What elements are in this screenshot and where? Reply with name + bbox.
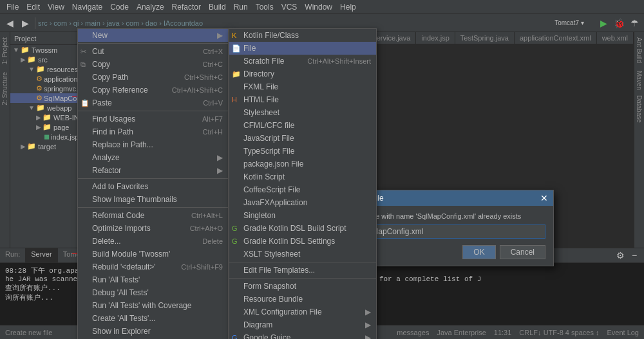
new-coffeescript[interactable]: CoffeeScript File <box>229 183 376 196</box>
new-submenu: K Kotlin File/Class 📄 File Scratch File … <box>229 28 377 339</box>
new-cfml[interactable]: CFML/CFC file <box>229 119 376 132</box>
menu-delete[interactable]: Delete... Delete <box>78 235 228 248</box>
menu-paste-label: Paste <box>92 98 112 107</box>
new-file-dialog-container: New File ✕ ⚠ A file with name 'SqlMapCon… <box>348 190 554 266</box>
menu-run-coverage[interactable]: Run 'All Tests' with Coverage <box>78 299 228 312</box>
menu-copy-path[interactable]: Copy Path Ctrl+Shift+C <box>78 71 228 84</box>
new-google-guice[interactable]: G Google Guice ▶ <box>229 331 376 339</box>
new-dir-label: Directory <box>243 69 274 78</box>
menu-rebuild[interactable]: Rebuild '<default>' Ctrl+Shift+F9 <box>78 261 228 273</box>
new-html[interactable]: H HTML File <box>229 93 376 106</box>
delete-shortcut: Delete <box>189 237 223 245</box>
menu-paste[interactable]: 📋 Paste Ctrl+V <box>78 96 228 109</box>
new-guice-label: Google Guice <box>243 333 290 339</box>
menu-refactor[interactable]: Refactor ▶ <box>78 164 228 177</box>
rebuild-shortcut: Ctrl+Shift+F9 <box>168 263 223 271</box>
new-fxml[interactable]: FXML File <box>229 80 376 93</box>
dialog-cancel-button[interactable]: Cancel <box>500 245 545 259</box>
menu-optimize-imports[interactable]: Optimize Imports Ctrl+Alt+O <box>78 222 228 235</box>
menu-copy[interactable]: ⧉ Copy Ctrl+C <box>78 58 228 71</box>
copy-ref-shortcut: Ctrl+Alt+Shift+C <box>159 86 223 94</box>
menu-run-tests[interactable]: Run 'All Tests' <box>78 273 228 286</box>
menu-reformat[interactable]: Reformat Code Ctrl+Alt+L <box>78 209 228 222</box>
menu-rebuild-label: Rebuild '<default>' <box>92 262 156 271</box>
new-fxml-label: FXML File <box>243 82 278 91</box>
scratch-shortcut: Ctrl+Alt+Shift+Insert <box>294 57 371 65</box>
menu-delete-label: Delete... <box>92 237 121 246</box>
menu-cut[interactable]: ✂ Cut Ctrl+X <box>78 45 228 58</box>
find-in-path-shortcut: Ctrl+H <box>190 128 223 136</box>
new-ts[interactable]: TypeScript File <box>229 145 376 158</box>
menu-cut-label: Cut <box>92 47 104 56</box>
menu-copy-ref[interactable]: Copy Reference Ctrl+Alt+Shift+C <box>78 84 228 96</box>
menu-analyze-label: Analyze <box>92 153 120 162</box>
new-diagram[interactable]: Diagram ▶ <box>229 318 376 331</box>
copy-path-shortcut: Ctrl+Shift+C <box>171 73 223 81</box>
kotlin-icon: K <box>232 32 236 39</box>
menu-new[interactable]: New ▶ <box>78 29 228 42</box>
new-gradle-build[interactable]: G Gradle Kotlin DSL Build Script <box>229 222 376 235</box>
new-pkgjson-label: package.json File <box>243 160 303 169</box>
dialog-body: ⚠ A file with name 'SqlMapConfig.xml' al… <box>348 206 553 266</box>
menu-show-thumbnails[interactable]: Show Image Thumbnails <box>78 193 228 206</box>
menu-add-favorites[interactable]: Add to Favorites <box>78 180 228 193</box>
menu-add-fav-label: Add to Favorites <box>92 182 148 191</box>
new-divider-1 <box>229 262 376 262</box>
new-cfml-label: CFML/CFC file <box>243 121 294 130</box>
xml-arrow: ▶ <box>365 307 371 316</box>
new-ts-label: TypeScript File <box>243 147 294 156</box>
menu-replace-label: Replace in Path... <box>92 140 153 149</box>
new-directory[interactable]: 📁 Directory <box>229 68 376 80</box>
new-javafx[interactable]: JavaFXApplication <box>229 196 376 209</box>
gradle-icon-1: G <box>232 224 238 232</box>
menu-build-module[interactable]: Build Module 'Twossm' <box>78 248 228 261</box>
menu-run-label: Run 'All Tests' <box>92 275 140 284</box>
new-diagram-label: Diagram <box>243 320 272 329</box>
menu-find-usages[interactable]: Find Usages Alt+F7 <box>78 113 228 125</box>
new-singleton[interactable]: Singleton <box>229 209 376 222</box>
guice-arrow: ▶ <box>365 333 371 339</box>
new-xml-config[interactable]: XML Configuration File ▶ <box>229 306 376 318</box>
new-stylesheet[interactable]: Stylesheet <box>229 106 376 119</box>
new-form-snapshot[interactable]: Form Snapshot <box>229 280 376 293</box>
menu-debug-tests[interactable]: Debug 'All Tests' <box>78 286 228 299</box>
dialog-warning: ⚠ A file with name 'SqlMapConfig.xml' al… <box>356 212 545 221</box>
new-scratch[interactable]: Scratch File Ctrl+Alt+Shift+Insert <box>229 55 376 68</box>
menu-create-tests[interactable]: Create 'All Tests'... <box>78 312 228 325</box>
divider-4 <box>78 207 228 208</box>
menu-optimize-label: Optimize Imports <box>92 224 151 233</box>
menu-build-label: Build Module 'Twossm' <box>92 250 170 259</box>
analyze-arrow: ▶ <box>217 153 223 162</box>
cut-shortcut: Ctrl+X <box>190 48 223 55</box>
menu-find-in-path[interactable]: Find in Path Ctrl+H <box>78 125 228 138</box>
new-kotlin-script[interactable]: Kotlin Script <box>229 170 376 183</box>
diagram-arrow: ▶ <box>365 320 371 329</box>
html-icon: H <box>232 96 237 104</box>
paste-shortcut: Ctrl+V <box>190 99 223 107</box>
menu-thumbnails-label: Show Image Thumbnails <box>92 195 177 204</box>
new-kotlin-class[interactable]: K Kotlin File/Class <box>229 29 376 42</box>
menu-new-label: New <box>92 31 108 40</box>
new-pkg-json[interactable]: package.json File <box>229 158 376 170</box>
edit-templates-label: Edit File Templates... <box>243 266 315 275</box>
menu-analyze[interactable]: Analyze ▶ <box>78 151 228 164</box>
dialog-close-button[interactable]: ✕ <box>540 193 548 203</box>
new-singleton-label: Singleton <box>243 211 276 220</box>
edit-file-templates[interactable]: Edit File Templates... <box>229 264 376 277</box>
menu-reformat-label: Reformat Code <box>92 211 144 220</box>
find-usages-shortcut: Alt+F7 <box>189 115 223 123</box>
new-file[interactable]: 📄 File <box>229 42 376 55</box>
new-xslt[interactable]: XSLT Stylesheet <box>229 248 376 261</box>
menu-refactor-label: Refactor <box>92 166 121 175</box>
new-coffee-label: CoffeeScript File <box>243 185 300 194</box>
new-gradle-settings[interactable]: G Gradle Kotlin DSL Settings <box>229 235 376 248</box>
new-resource-bundle[interactable]: Resource Bundle <box>229 293 376 306</box>
dialog-filename-input[interactable] <box>356 224 545 239</box>
dialog-ok-button[interactable]: OK <box>462 245 495 259</box>
new-js[interactable]: JavaScript File <box>229 132 376 145</box>
menu-replace-in-path[interactable]: Replace in Path... <box>78 138 228 151</box>
menu-show-explorer[interactable]: Show in Explorer <box>78 325 228 338</box>
new-divider-2 <box>229 278 376 279</box>
new-javafx-label: JavaFXApplication <box>243 198 307 207</box>
paste-icon: 📋 <box>80 99 90 107</box>
